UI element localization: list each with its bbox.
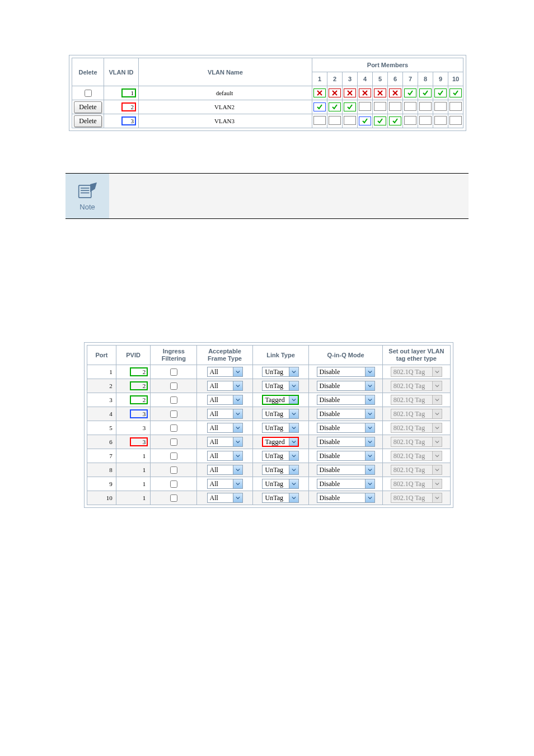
header-aft: Acceptable Frame Type — [197, 346, 252, 365]
pvid-input[interactable]: 3 — [130, 437, 148, 446]
port-member-toggle[interactable] — [344, 102, 356, 111]
ingress-filtering-checkbox[interactable] — [170, 438, 177, 446]
qinq-mode-select[interactable]: Disable — [317, 451, 375, 461]
vlan-id-input[interactable]: 3 — [121, 116, 136, 125]
ingress-filtering-checkbox[interactable] — [170, 424, 177, 432]
ingress-filtering-checkbox[interactable] — [170, 494, 177, 502]
link-type-select[interactable]: UnTag — [262, 367, 299, 377]
delete-button[interactable]: Delete — [74, 101, 101, 113]
acceptable-frame-type-select[interactable]: All — [207, 493, 243, 503]
pvid-input[interactable]: 3 — [130, 423, 148, 432]
qinq-mode-select[interactable]: Disable — [317, 437, 375, 447]
port-member-toggle[interactable] — [434, 102, 447, 111]
port-number: 1 — [87, 365, 116, 379]
port-member-toggle[interactable] — [313, 88, 326, 97]
port-member-toggle[interactable] — [389, 116, 401, 125]
port-member-toggle[interactable] — [434, 116, 447, 125]
ethertype-select-value: 802.1Q Tag — [391, 410, 432, 418]
pvid-input[interactable]: 3 — [130, 409, 148, 418]
port-member-toggle[interactable] — [434, 88, 447, 97]
qinq-mode-select[interactable]: Disable — [317, 409, 375, 419]
port-member-toggle[interactable] — [344, 88, 356, 97]
qinq-mode-select[interactable]: Disable — [317, 493, 375, 503]
pvid-input[interactable]: 1 — [130, 451, 148, 460]
port-member-toggle[interactable] — [359, 116, 371, 125]
port-member-toggle[interactable] — [374, 88, 386, 97]
pvid-input[interactable]: 2 — [130, 367, 148, 376]
ingress-filtering-checkbox[interactable] — [170, 382, 177, 390]
note-label: Note — [79, 203, 95, 211]
qinq-mode-select[interactable]: Disable — [317, 367, 375, 377]
pvid-input[interactable]: 1 — [130, 465, 148, 474]
port-member-toggle[interactable] — [389, 102, 401, 111]
port-member-toggle[interactable] — [449, 116, 462, 125]
port-member-toggle[interactable] — [329, 88, 341, 97]
acceptable-frame-type-select[interactable]: All — [207, 465, 243, 475]
delete-checkbox[interactable] — [85, 90, 92, 97]
ingress-filtering-checkbox[interactable] — [170, 480, 177, 488]
acceptable-frame-type-select[interactable]: All — [207, 423, 243, 433]
link-type-select[interactable]: UnTag — [262, 465, 299, 475]
port-member-toggle[interactable] — [359, 88, 371, 97]
svg-rect-0 — [79, 185, 91, 197]
port-member-toggle[interactable] — [329, 116, 341, 125]
acceptable-frame-type-select[interactable]: All — [207, 437, 243, 447]
port-number: 3 — [87, 393, 116, 407]
qinq-mode-select[interactable]: Disable — [317, 465, 375, 475]
acceptable-frame-type-select[interactable]: All — [207, 479, 243, 489]
port-member-toggle[interactable] — [404, 88, 416, 97]
qinq-mode-select[interactable]: Disable — [317, 381, 375, 391]
ingress-filtering-checkbox[interactable] — [170, 410, 177, 418]
qinq-mode-select-value: Disable — [317, 396, 365, 404]
port-member-toggle[interactable] — [419, 102, 432, 111]
header-port-9: 9 — [433, 72, 448, 86]
delete-button[interactable]: Delete — [74, 115, 101, 127]
link-type-select[interactable]: UnTag — [262, 409, 299, 419]
pvid-input[interactable]: 2 — [130, 381, 148, 390]
qinq-mode-select[interactable]: Disable — [317, 395, 375, 405]
vlan-row: Delete2VLAN2 — [72, 100, 463, 114]
vlan-id-input[interactable]: 2 — [121, 102, 136, 111]
port-member-toggle[interactable] — [404, 102, 416, 111]
acceptable-frame-type-select[interactable]: All — [207, 409, 243, 419]
pvid-input[interactable]: 1 — [130, 493, 148, 502]
link-type-select[interactable]: Tagged — [262, 437, 299, 447]
qinq-mode-select[interactable]: Disable — [317, 423, 375, 433]
vlan-name-input[interactable]: VLAN2 — [139, 100, 312, 114]
pvid-input[interactable]: 2 — [130, 395, 148, 404]
ingress-filtering-checkbox[interactable] — [170, 452, 177, 460]
port-member-toggle[interactable] — [404, 116, 416, 125]
ingress-filtering-checkbox[interactable] — [170, 396, 177, 404]
pvid-input[interactable]: 1 — [130, 479, 148, 488]
vlan-id-input[interactable]: 1 — [121, 88, 136, 97]
port-member-toggle[interactable] — [329, 102, 341, 111]
acceptable-frame-type-select[interactable]: All — [207, 367, 243, 377]
port-member-toggle[interactable] — [344, 116, 356, 125]
vlan-name-input[interactable]: VLAN3 — [139, 114, 312, 128]
vlan-name-input[interactable]: default — [139, 86, 312, 100]
port-member-toggle[interactable] — [419, 116, 432, 125]
port-member-toggle[interactable] — [374, 116, 386, 125]
qinq-mode-select-value: Disable — [317, 368, 365, 376]
port-member-toggle[interactable] — [313, 102, 326, 111]
qinq-mode-select[interactable]: Disable — [317, 479, 375, 489]
link-type-select[interactable]: UnTag — [262, 423, 299, 433]
port-member-toggle[interactable] — [313, 116, 326, 125]
ingress-filtering-checkbox[interactable] — [170, 368, 177, 376]
ingress-filtering-checkbox[interactable] — [170, 466, 177, 474]
link-type-select[interactable]: UnTag — [262, 479, 299, 489]
link-type-select[interactable]: UnTag — [262, 451, 299, 461]
acceptable-frame-type-select[interactable]: All — [207, 381, 243, 391]
header-ethertype: Set out layer VLAN tag ether type — [382, 346, 450, 365]
port-member-toggle[interactable] — [374, 102, 386, 111]
port-member-toggle[interactable] — [449, 102, 462, 111]
port-member-toggle[interactable] — [419, 88, 432, 97]
acceptable-frame-type-select[interactable]: All — [207, 451, 243, 461]
port-member-toggle[interactable] — [359, 102, 371, 111]
acceptable-frame-type-select[interactable]: All — [207, 395, 243, 405]
port-member-toggle[interactable] — [449, 88, 462, 97]
port-member-toggle[interactable] — [389, 88, 401, 97]
link-type-select[interactable]: Tagged — [262, 395, 299, 405]
link-type-select[interactable]: UnTag — [262, 381, 299, 391]
link-type-select[interactable]: UnTag — [262, 493, 299, 503]
